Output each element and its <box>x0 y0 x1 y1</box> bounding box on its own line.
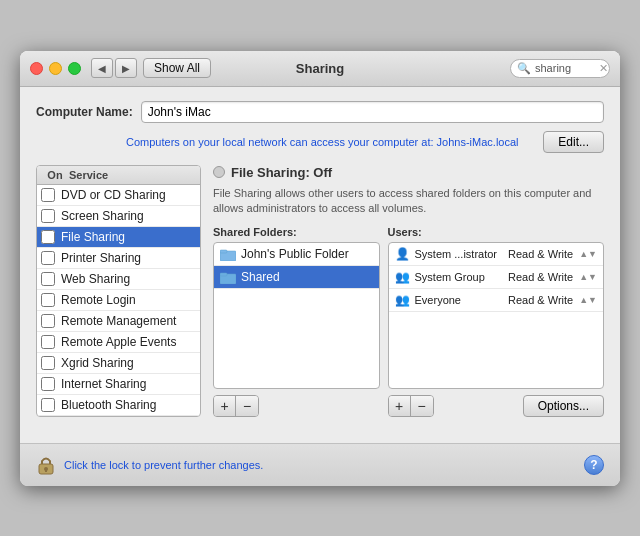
shared-folders-col: Shared Folders: John's Public Folder <box>213 226 380 416</box>
minimize-button[interactable] <box>49 62 62 75</box>
computer-name-row: Computer Name: <box>36 101 604 123</box>
right-panel: File Sharing: Off File Sharing allows ot… <box>213 165 604 417</box>
footer-text-link[interactable]: changes <box>219 459 261 471</box>
footer-text: Click the lock to prevent further change… <box>64 459 263 471</box>
everyone-access-arrow[interactable]: ▲▼ <box>579 295 597 305</box>
users-label: Users: <box>388 226 604 238</box>
shared-folders-label: Shared Folders: <box>213 226 380 238</box>
service-item-xgrid[interactable]: Xgrid Sharing <box>37 353 200 374</box>
computer-desc-prefix: Computers on your local network can acce… <box>126 136 434 148</box>
user-item-everyone[interactable]: 👥 Everyone Read & Write ▲▼ <box>389 289 603 312</box>
service-file-checkbox[interactable] <box>41 230 55 244</box>
users-add-remove: + − <box>388 395 434 417</box>
group-access-arrow[interactable]: ▲▼ <box>579 272 597 282</box>
folders-add-remove: + − <box>213 395 259 417</box>
service-xgrid-label: Xgrid Sharing <box>61 356 134 370</box>
service-screen-label: Screen Sharing <box>61 209 144 223</box>
footer-text-prefix: Click the lock to prevent further <box>64 459 216 471</box>
service-remote-login-checkbox[interactable] <box>41 293 55 307</box>
service-remote-apple-label: Remote Apple Events <box>61 335 176 349</box>
folders-btn-row: + − <box>213 395 380 417</box>
col-on-header: On <box>41 169 69 181</box>
computer-name-input[interactable] <box>141 101 604 123</box>
service-dvd-checkbox[interactable] <box>41 188 55 202</box>
user-item-admin[interactable]: 👤 System ...istrator Read & Write ▲▼ <box>389 243 603 266</box>
search-box[interactable]: 🔍 ✕ <box>510 59 610 78</box>
service-bluetooth-label: Bluetooth Sharing <box>61 398 156 412</box>
show-all-button[interactable]: Show All <box>143 58 211 78</box>
service-web-label: Web Sharing <box>61 272 130 286</box>
admin-access-arrow[interactable]: ▲▼ <box>579 249 597 259</box>
folder-icon <box>220 248 236 260</box>
close-button[interactable] <box>30 62 43 75</box>
service-printer-checkbox[interactable] <box>41 251 55 265</box>
search-clear-icon[interactable]: ✕ <box>599 62 608 75</box>
service-xgrid-checkbox[interactable] <box>41 356 55 370</box>
users-add-button[interactable]: + <box>389 396 411 416</box>
search-input[interactable] <box>535 62 595 74</box>
folder-icon-shared <box>220 271 236 283</box>
sharing-columns: Shared Folders: John's Public Folder <box>213 226 604 416</box>
folders-add-button[interactable]: + <box>214 396 236 416</box>
zoom-button[interactable] <box>68 62 81 75</box>
help-button[interactable]: ? <box>584 455 604 475</box>
services-panel: On Service DVD or CD Sharing Screen Shar… <box>36 165 201 417</box>
computer-address-value: Johns-iMac.local <box>437 136 519 148</box>
group-user-name: System Group <box>415 271 504 283</box>
service-item-remote-login[interactable]: Remote Login <box>37 290 200 311</box>
service-item-web[interactable]: Web Sharing <box>37 269 200 290</box>
shared-folder-name: Shared <box>241 270 280 284</box>
service-item-screen[interactable]: Screen Sharing <box>37 206 200 227</box>
service-item-internet[interactable]: Internet Sharing <box>37 374 200 395</box>
users-list: 👤 System ...istrator Read & Write ▲▼ 👥 S… <box>388 242 604 388</box>
back-button[interactable]: ◀ <box>91 58 113 78</box>
service-internet-label: Internet Sharing <box>61 377 146 391</box>
service-remote-mgmt-label: Remote Management <box>61 314 176 328</box>
content-area: Computer Name: Computers on your local n… <box>20 87 620 431</box>
user-item-group[interactable]: 👥 System Group Read & Write ▲▼ <box>389 266 603 289</box>
service-screen-checkbox[interactable] <box>41 209 55 223</box>
service-item-dvd[interactable]: DVD or CD Sharing <box>37 185 200 206</box>
service-remote-login-label: Remote Login <box>61 293 136 307</box>
service-internet-checkbox[interactable] <box>41 377 55 391</box>
folder-item-shared[interactable]: Shared <box>214 266 379 289</box>
service-remote-apple-checkbox[interactable] <box>41 335 55 349</box>
computer-name-label: Computer Name: <box>36 105 133 119</box>
everyone-user-name: Everyone <box>415 294 504 306</box>
shared-folders-list: John's Public Folder Shared <box>213 242 380 388</box>
service-remote-mgmt-checkbox[interactable] <box>41 314 55 328</box>
file-sharing-header: File Sharing: Off <box>213 165 604 180</box>
folder-item-public[interactable]: John's Public Folder <box>214 243 379 266</box>
edit-button[interactable]: Edit... <box>543 131 604 153</box>
service-item-file[interactable]: File Sharing <box>37 227 200 248</box>
services-header: On Service <box>37 166 200 185</box>
everyone-access: Read & Write <box>508 294 573 306</box>
footer: Click the lock to prevent further change… <box>20 443 620 486</box>
service-item-bluetooth[interactable]: Bluetooth Sharing <box>37 395 200 416</box>
svg-rect-6 <box>45 469 47 472</box>
file-sharing-status: File Sharing: Off <box>231 165 332 180</box>
folders-remove-button[interactable]: − <box>236 396 258 416</box>
search-icon: 🔍 <box>517 62 531 75</box>
users-btn-row: + − Options... <box>388 395 604 417</box>
service-web-checkbox[interactable] <box>41 272 55 286</box>
svg-rect-3 <box>220 273 227 276</box>
service-item-remote-apple[interactable]: Remote Apple Events <box>37 332 200 353</box>
preferences-window: ◀ ▶ Show All Sharing 🔍 ✕ Computer Name: … <box>20 51 620 486</box>
service-bluetooth-checkbox[interactable] <box>41 398 55 412</box>
group-access: Read & Write <box>508 271 573 283</box>
users-remove-button[interactable]: − <box>411 396 433 416</box>
everyone-icon: 👥 <box>395 293 411 307</box>
file-sharing-description: File Sharing allows other users to acces… <box>213 186 604 217</box>
admin-access: Read & Write <box>508 248 573 260</box>
admin-user-name: System ...istrator <box>415 248 504 260</box>
service-item-remote-mgmt[interactable]: Remote Management <box>37 311 200 332</box>
titlebar: ◀ ▶ Show All Sharing 🔍 ✕ <box>20 51 620 87</box>
forward-button[interactable]: ▶ <box>115 58 137 78</box>
options-button[interactable]: Options... <box>523 395 604 417</box>
service-item-printer[interactable]: Printer Sharing <box>37 248 200 269</box>
service-file-label: File Sharing <box>61 230 125 244</box>
svg-rect-1 <box>220 250 227 253</box>
public-folder-name: John's Public Folder <box>241 247 349 261</box>
computer-description: Computers on your local network can acce… <box>126 131 604 153</box>
